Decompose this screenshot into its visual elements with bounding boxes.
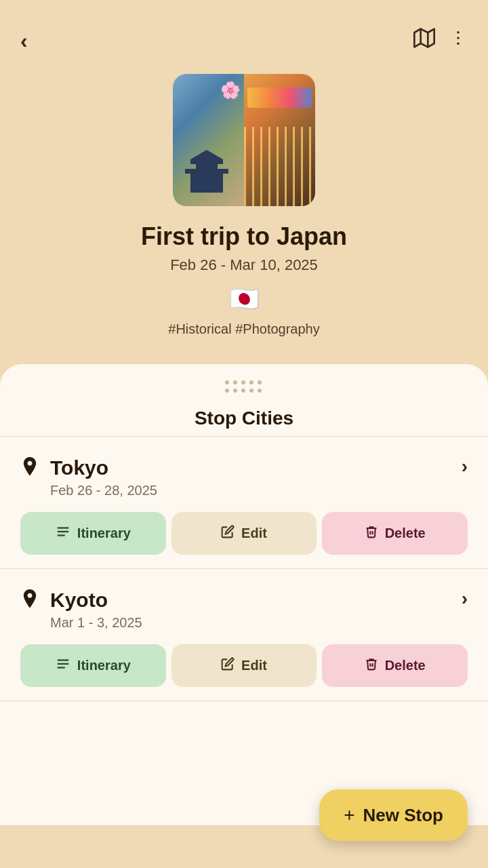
dot bbox=[241, 380, 245, 384]
stop-item-kyoto: Kyoto Mar 1 - 3, 2025 › Itinerary bbox=[0, 569, 488, 701]
edit-button-tokyo[interactable]: Edit bbox=[171, 512, 317, 555]
stop-header-tokyo: Tokyo Feb 26 - 28, 2025 › bbox=[20, 456, 468, 498]
stop-actions-kyoto: Itinerary Edit bbox=[20, 644, 468, 687]
chevron-right-tokyo: › bbox=[462, 456, 468, 477]
delete-icon-kyoto bbox=[365, 657, 378, 674]
drag-dots bbox=[225, 380, 263, 394]
new-stop-button[interactable]: + New Stop bbox=[319, 789, 468, 841]
dot bbox=[258, 389, 262, 393]
stop-dates-kyoto: Mar 1 - 3, 2025 bbox=[50, 615, 142, 631]
trip-image-left bbox=[173, 74, 244, 206]
itinerary-button-kyoto[interactable]: Itinerary bbox=[20, 644, 166, 687]
trip-dates: Feb 26 - Mar 10, 2025 bbox=[170, 256, 318, 274]
dot bbox=[225, 389, 229, 393]
edit-button-kyoto[interactable]: Edit bbox=[171, 644, 317, 687]
trip-tags: #Historical #Photography bbox=[168, 321, 319, 337]
edit-icon-kyoto bbox=[221, 657, 235, 674]
edit-label-tokyo: Edit bbox=[241, 526, 267, 541]
trip-image-right bbox=[244, 74, 315, 206]
stop-dates-tokyo: Feb 26 - 28, 2025 bbox=[50, 483, 157, 498]
dot bbox=[249, 389, 253, 393]
edit-icon-tokyo bbox=[221, 525, 235, 542]
itinerary-icon-kyoto bbox=[56, 656, 70, 675]
chevron-right-kyoto: › bbox=[462, 588, 468, 610]
itinerary-label-kyoto: Itinerary bbox=[77, 658, 131, 673]
stop-info-tokyo: Tokyo Feb 26 - 28, 2025 bbox=[20, 456, 157, 498]
stop-actions-tokyo: Itinerary Edit bbox=[20, 512, 468, 555]
location-icon-tokyo bbox=[20, 457, 39, 484]
delete-label-kyoto: Delete bbox=[385, 658, 426, 673]
hero-section: First trip to Japan Feb 26 - Mar 10, 202… bbox=[0, 67, 488, 364]
itinerary-label-tokyo: Itinerary bbox=[77, 526, 131, 541]
top-bar: ‹ bbox=[0, 0, 488, 67]
more-button[interactable] bbox=[449, 28, 468, 52]
bottom-panel: Stop Cities Tokyo Feb 26 - 28, 2025 › bbox=[0, 364, 488, 825]
top-icons bbox=[413, 27, 468, 54]
dot bbox=[233, 389, 237, 393]
location-icon-kyoto bbox=[20, 589, 39, 616]
drag-handle bbox=[0, 378, 488, 394]
plus-icon: + bbox=[344, 804, 354, 826]
stop-header-kyoto: Kyoto Mar 1 - 3, 2025 › bbox=[20, 588, 468, 631]
itinerary-icon-tokyo bbox=[56, 524, 70, 542]
stop-text-tokyo: Tokyo Feb 26 - 28, 2025 bbox=[50, 456, 157, 498]
stop-info-kyoto: Kyoto Mar 1 - 3, 2025 bbox=[20, 588, 142, 631]
itinerary-button-tokyo[interactable]: Itinerary bbox=[20, 512, 166, 555]
trip-flag: 🇯🇵 bbox=[229, 285, 260, 313]
delete-button-kyoto[interactable]: Delete bbox=[322, 644, 468, 687]
stop-name-kyoto: Kyoto bbox=[50, 588, 142, 612]
divider-3 bbox=[0, 701, 488, 701]
svg-marker-0 bbox=[414, 29, 434, 47]
svg-point-5 bbox=[457, 42, 460, 45]
delete-label-tokyo: Delete bbox=[385, 526, 426, 541]
panel-title: Stop Cities bbox=[0, 408, 488, 429]
svg-point-3 bbox=[457, 31, 460, 34]
stop-text-kyoto: Kyoto Mar 1 - 3, 2025 bbox=[50, 588, 142, 631]
map-button[interactable] bbox=[413, 27, 435, 54]
delete-icon-tokyo bbox=[365, 525, 378, 542]
dot bbox=[249, 380, 253, 384]
svg-point-4 bbox=[457, 37, 460, 39]
new-stop-label: New Stop bbox=[363, 805, 443, 826]
stop-item-tokyo: Tokyo Feb 26 - 28, 2025 › Itinerary bbox=[0, 437, 488, 568]
dot bbox=[241, 389, 245, 393]
stop-name-tokyo: Tokyo bbox=[50, 456, 157, 480]
dot bbox=[225, 380, 229, 384]
dot bbox=[233, 380, 237, 384]
fab-container: + New Stop bbox=[319, 789, 468, 841]
trip-title: First trip to Japan bbox=[141, 222, 347, 251]
delete-button-tokyo[interactable]: Delete bbox=[322, 512, 468, 555]
dot bbox=[258, 380, 262, 384]
back-button[interactable]: ‹ bbox=[20, 30, 28, 52]
trip-image bbox=[173, 74, 315, 206]
edit-label-kyoto: Edit bbox=[241, 658, 267, 673]
